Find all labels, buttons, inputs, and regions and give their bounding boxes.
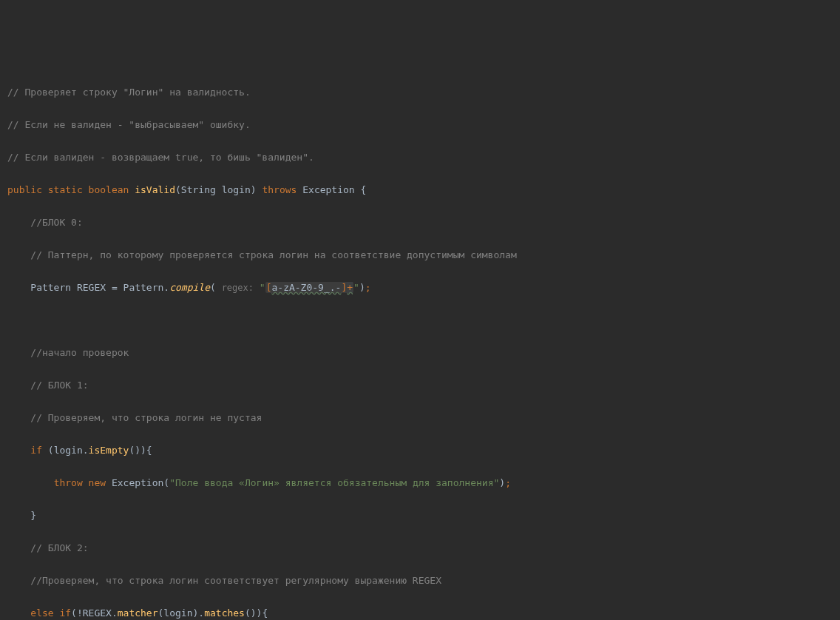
keyword-throw: throw [54,477,83,488]
code-line: //БЛОК 0: [7,215,833,231]
code-line: Pattern REGEX = Pattern.compile( regex: … [7,280,833,296]
regex-pattern: [a-zA-Z0-9_.-]+ [265,282,353,293]
code-line [7,312,833,328]
code-editor[interactable]: // Проверяет строку "Логин" на валидност… [7,68,833,620]
string-quote: " [353,282,359,293]
regex-body: a-zA-Z0-9_.- [271,282,341,293]
code-line: //начало проверок [7,345,833,361]
comment: // Если валиден - возвращаем true, то би… [7,152,314,163]
code-line: // Если не валиден - "выбрасываем" ошибк… [7,117,833,133]
method-compile: compile [169,282,210,293]
keyword-if: if [30,445,42,456]
ident-login: login [54,445,83,456]
keyword-public: public [7,184,42,195]
comment: // БЛОК 2: [30,542,88,553]
inlay-hint-regex: regex: [222,283,254,293]
comment: //Проверяем, что строка логин соответств… [30,575,441,586]
code-line: } [7,508,833,524]
comment: // БЛОК 1: [30,380,88,391]
code-line: //Проверяем, что строка логин соответств… [7,573,833,589]
param-login: login [222,184,251,195]
code-line: // Если валиден - возвращаем true, то би… [7,149,833,166]
comment: //начало проверок [30,347,129,358]
code-line: // БЛОК 1: [7,377,833,394]
method-isempty: isEmpty [89,445,129,456]
code-line: // БЛОК 2: [7,540,833,556]
comment: //БЛОК 0: [30,217,82,228]
method-matcher: matcher [118,607,158,619]
keyword-else: else [30,607,53,619]
code-line: // Проверяем, что строка логин не пустая [7,410,833,426]
comment: // Если не валиден - "выбрасываем" ошибк… [7,119,251,130]
keyword-static: static [48,184,83,195]
var-regex: REGEX [83,607,112,619]
code-line: if (login.isEmpty()){ [7,442,833,459]
keyword-new: new [89,477,106,488]
type-pattern: Pattern [123,282,164,293]
ident-login: login [163,607,192,619]
code-line: else if(!REGEX.matcher(login).matches())… [7,605,833,620]
string-literal: "Поле ввода «Логин» является обязательны… [169,477,499,488]
comment: // Проверяем, что строка логин не пустая [30,412,262,423]
type-string: String [181,184,216,195]
var-regex: REGEX [77,282,106,293]
method-matches: matches [204,607,245,619]
code-line: // Паттерн, по которому проверяется стро… [7,247,833,263]
keyword-throws: throws [262,184,297,195]
code-line: // Проверяет строку "Логин" на валидност… [7,84,833,101]
comment: // Проверяет строку "Логин" на валидност… [7,87,251,98]
code-line: throw new Exception("Поле ввода «Логин» … [7,475,833,491]
method-name: isValid [135,184,175,195]
comment: // Паттерн, по которому проверяется стро… [30,249,516,260]
type-exception: Exception [302,184,354,195]
keyword-if: if [59,607,71,619]
regex-plus: + [347,282,353,293]
string-quote: " [260,282,265,293]
type-exception: Exception [112,477,163,488]
type-pattern: Pattern [30,282,71,293]
code-line: public static boolean isValid(String log… [7,182,833,198]
keyword-boolean: boolean [89,184,129,195]
